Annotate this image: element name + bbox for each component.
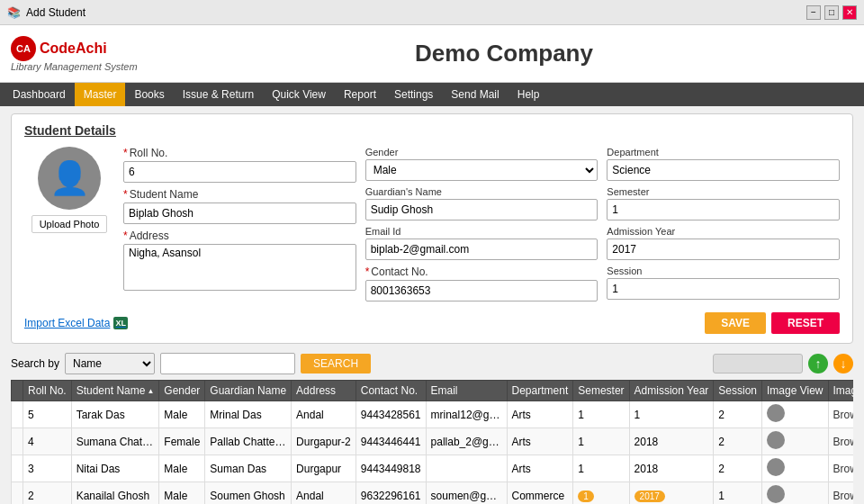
th-guardian-name[interactable]: Guardian Name — [205, 381, 292, 401]
download-button[interactable]: ↓ — [833, 354, 853, 374]
cell-student-name: Tarak Das — [71, 401, 159, 428]
nav-help[interactable]: Help — [508, 83, 549, 106]
cell-semester: 1 — [573, 428, 629, 455]
th-email[interactable]: Email — [426, 381, 507, 401]
guardian-name-input[interactable] — [365, 199, 598, 220]
cell-image: Browse — [828, 428, 853, 455]
th-image[interactable]: Image — [828, 381, 853, 401]
import-excel-link[interactable]: Import Excel Data XL — [24, 317, 128, 329]
th-contact[interactable]: Contact No. — [356, 381, 426, 401]
row-indicator — [12, 482, 23, 505]
cell-department: Commerce — [507, 482, 573, 505]
nav-master[interactable]: Master — [75, 83, 126, 106]
cell-address: Andal — [292, 401, 356, 428]
cell-session: 2 — [714, 428, 762, 455]
semester-input[interactable] — [607, 199, 840, 220]
table-container[interactable]: Roll No. Student Name▲ Gender Guardian N… — [11, 380, 853, 504]
table-row[interactable]: 4 Sumana Chatt... Female Pallab Chatterj… — [12, 428, 854, 455]
close-button[interactable]: ✕ — [842, 5, 857, 20]
cell-address: Durgapur-2 — [292, 428, 356, 455]
form-actions: Import Excel Data XL SAVE RESET — [24, 312, 840, 334]
cell-email — [426, 455, 507, 482]
title-bar-icon: 📚 — [7, 6, 21, 19]
roll-no-input[interactable] — [123, 161, 356, 183]
cell-guardian-name: Pallab Chatterj... — [205, 428, 292, 455]
title-bar-title: Add Student — [26, 6, 86, 19]
avatar-icon: 👤 — [50, 159, 90, 197]
cell-admission-year: 2018 — [629, 428, 714, 455]
reset-button[interactable]: RESET — [771, 312, 840, 334]
admission-year-group: Admission Year — [607, 226, 840, 260]
cell-contact: 9443428561 — [356, 401, 426, 428]
student-name-input[interactable] — [123, 202, 356, 224]
nav-quick-view[interactable]: Quick View — [263, 83, 335, 106]
cell-guardian-name: Soumen Ghosh — [205, 482, 292, 505]
th-student-name[interactable]: Student Name▲ — [71, 381, 159, 401]
nav-books[interactable]: Books — [125, 83, 173, 106]
search-by-select[interactable]: Name Roll No. Department Gender — [65, 353, 155, 374]
cell-student-name: Kanailal Ghosh — [71, 482, 159, 505]
maximize-button[interactable]: □ — [824, 5, 839, 20]
th-department[interactable]: Department — [507, 381, 573, 401]
table-row[interactable]: 2 Kanailal Ghosh Male Soumen Ghosh Andal… — [12, 482, 854, 505]
table-row[interactable]: 3 Nitai Das Male Suman Das Durgapur 9443… — [12, 455, 854, 482]
th-semester[interactable]: Semester — [573, 381, 629, 401]
add-record-button[interactable]: ↑ — [808, 354, 828, 374]
th-gender[interactable]: Gender — [159, 381, 205, 401]
nav-dashboard[interactable]: Dashboard — [4, 83, 75, 106]
gender-select[interactable]: Male Female — [365, 159, 598, 181]
session-input[interactable] — [607, 278, 840, 300]
row-indicator — [12, 401, 23, 428]
cell-contact: 9632296161 — [356, 482, 426, 505]
filter-input[interactable] — [713, 354, 803, 374]
email-input[interactable] — [365, 238, 598, 260]
cell-session: 2 — [714, 401, 762, 428]
department-group: Department — [607, 147, 840, 181]
th-address[interactable]: Address — [292, 381, 356, 401]
excel-icon: XL — [113, 317, 128, 329]
cell-department: Arts — [507, 428, 573, 455]
th-admission-year[interactable]: Admission Year — [629, 381, 714, 401]
minimize-button[interactable]: − — [806, 5, 821, 20]
cell-image-view — [762, 455, 828, 482]
admission-year-input[interactable] — [607, 238, 840, 260]
student-details-panel: Student Details 👤 Upload Photo * Roll No… — [11, 113, 853, 344]
cell-department: Arts — [507, 401, 573, 428]
cell-image: Browse — [828, 482, 853, 505]
students-table: Roll No. Student Name▲ Gender Guardian N… — [11, 380, 853, 504]
cell-gender: Female — [159, 428, 205, 455]
nav-issue-return[interactable]: Issue & Return — [174, 83, 263, 106]
address-input[interactable]: Nigha, Asansol — [123, 244, 356, 291]
logo-icon: CA — [11, 36, 36, 61]
form-btn-group: SAVE RESET — [705, 312, 840, 334]
nav-settings[interactable]: Settings — [385, 83, 442, 106]
cell-semester: 1 — [573, 401, 629, 428]
contact-input[interactable] — [365, 280, 598, 302]
nav-send-mail[interactable]: Send Mail — [442, 83, 508, 106]
cell-gender: Male — [159, 482, 205, 505]
cell-session: 2 — [714, 455, 762, 482]
row-indicator — [12, 455, 23, 482]
cell-image: Browse — [828, 455, 853, 482]
company-title: Demo Company — [155, 40, 853, 68]
logo-area: CA CodeAchi Library Management System — [11, 36, 155, 72]
upload-photo-button[interactable]: Upload Photo — [32, 215, 108, 233]
logo-name: CodeAchi — [40, 40, 107, 57]
cell-roll-no: 3 — [23, 455, 72, 482]
th-session[interactable]: Session — [714, 381, 762, 401]
cell-email: soumen@gma... — [426, 482, 507, 505]
nav-report[interactable]: Report — [335, 83, 385, 106]
form-col-1: * Roll No. * Student Name * Address Nigh… — [123, 147, 356, 307]
th-roll-no[interactable]: Roll No. — [23, 381, 72, 401]
save-button[interactable]: SAVE — [705, 312, 766, 334]
table-row[interactable]: 5 Tarak Das Male Mrinal Das Andal 944342… — [12, 401, 854, 428]
search-button[interactable]: SEARCH — [301, 354, 371, 374]
panel-title: Student Details — [24, 123, 840, 138]
session-group: Session — [607, 266, 840, 300]
cell-student-name: Sumana Chatt... — [71, 428, 159, 455]
search-input[interactable] — [160, 353, 295, 374]
th-image-view[interactable]: Image View — [762, 381, 828, 401]
department-input[interactable] — [607, 159, 840, 181]
cell-contact: 9443449818 — [356, 455, 426, 482]
app-header: CA CodeAchi Library Management System De… — [0, 25, 864, 83]
